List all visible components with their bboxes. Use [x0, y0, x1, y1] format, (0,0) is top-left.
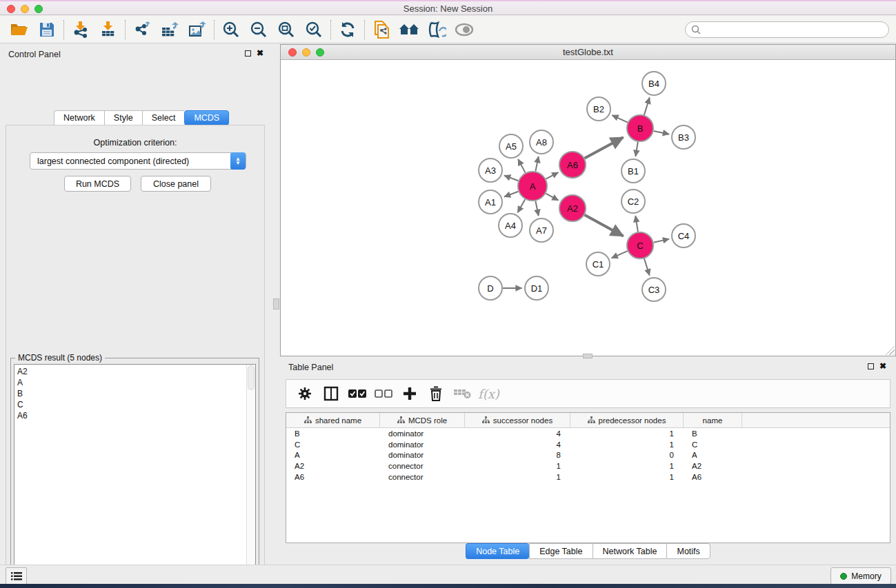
- result-scrollbar[interactable]: [246, 365, 255, 588]
- tab-mcds[interactable]: MCDS: [184, 110, 229, 125]
- node-B2[interactable]: B2: [587, 97, 610, 121]
- edge-C-C4[interactable]: [654, 239, 670, 243]
- table-cell[interactable]: B: [286, 429, 380, 438]
- node-B[interactable]: B: [627, 115, 653, 141]
- node-B3[interactable]: B3: [672, 125, 695, 149]
- zoom-selected-icon[interactable]: [300, 18, 328, 41]
- table-cell[interactable]: 1: [465, 473, 570, 481]
- column-header-successor-nodes[interactable]: successor nodes: [465, 413, 570, 427]
- edge-A-A2[interactable]: [546, 194, 558, 201]
- vertical-splitter-handle[interactable]: [273, 298, 279, 310]
- edge-C-C1[interactable]: [612, 251, 628, 258]
- node-A[interactable]: A: [518, 172, 547, 201]
- run-mcds-button[interactable]: Run MCDS: [64, 176, 131, 192]
- edge-C-C2[interactable]: [635, 216, 638, 232]
- style-preview-icon[interactable]: [423, 18, 450, 41]
- table-cell[interactable]: 1: [570, 473, 684, 481]
- node-C1[interactable]: C1: [586, 252, 610, 276]
- table-row[interactable]: Adominator80A: [286, 450, 890, 461]
- network-canvas[interactable]: B4B2BB3A8A5A6A3B1AA1C2A2A4A7C4CC1DD1C3: [281, 61, 895, 356]
- search-input[interactable]: [685, 21, 889, 38]
- deselect-all-icon[interactable]: [370, 381, 397, 406]
- delete-table-icon[interactable]: [449, 381, 475, 406]
- node-A8[interactable]: A8: [530, 130, 553, 154]
- edge-A-A3[interactable]: [504, 176, 518, 181]
- clone-network-icon[interactable]: [368, 18, 395, 41]
- result-item[interactable]: B: [17, 388, 255, 399]
- node-C2[interactable]: C2: [621, 190, 645, 213]
- close-panel-button[interactable]: Close panel: [141, 176, 211, 192]
- save-session-icon[interactable]: [33, 18, 61, 41]
- edge-B-B4[interactable]: [644, 97, 650, 114]
- result-item[interactable]: A2: [17, 366, 255, 377]
- import-table-icon[interactable]: [94, 18, 122, 41]
- edge-A-A5[interactable]: [518, 159, 526, 173]
- edge-C-C3[interactable]: [644, 258, 650, 275]
- horizontal-splitter-handle[interactable]: [583, 354, 593, 358]
- show-hide-icon[interactable]: [450, 18, 478, 41]
- select-all-icon[interactable]: [344, 381, 370, 406]
- resize-grip-icon[interactable]: [885, 345, 895, 355]
- table-cell[interactable]: 1: [570, 429, 684, 438]
- table-cell[interactable]: 1: [465, 462, 570, 470]
- network-window-titlebar[interactable]: testGlobe.txt: [281, 45, 895, 60]
- table-row[interactable]: A2connector11A2: [286, 460, 890, 472]
- table-cell[interactable]: A2: [684, 462, 742, 470]
- table-cell[interactable]: C: [286, 440, 380, 449]
- table-cell[interactable]: connector: [380, 473, 465, 481]
- edge-A-A4[interactable]: [517, 199, 525, 212]
- home-layout-icon[interactable]: [395, 18, 423, 41]
- delete-icon[interactable]: [423, 381, 449, 406]
- refresh-icon[interactable]: [334, 18, 361, 41]
- node-A2[interactable]: A2: [559, 195, 586, 221]
- table-cell[interactable]: A6: [286, 473, 380, 481]
- node-D1[interactable]: D1: [525, 276, 548, 300]
- node-B1[interactable]: B1: [621, 159, 645, 183]
- edge-B-B1[interactable]: [635, 142, 637, 156]
- table-cell[interactable]: A2: [286, 462, 380, 470]
- table-cell[interactable]: C: [684, 440, 742, 449]
- tab-node-table[interactable]: Node Table: [466, 543, 529, 559]
- edge-A2-C[interactable]: [585, 215, 624, 236]
- edge-B-B3[interactable]: [654, 131, 669, 134]
- edge-A-A6[interactable]: [546, 172, 558, 179]
- node-A7[interactable]: A7: [530, 219, 553, 242]
- add-icon[interactable]: [397, 381, 423, 406]
- table-cell[interactable]: 8: [465, 451, 570, 459]
- node-A1[interactable]: A1: [479, 190, 502, 214]
- column-header-name[interactable]: name: [684, 413, 742, 427]
- column-header-predecessor-nodes[interactable]: predecessor nodes: [570, 413, 684, 427]
- column-header-MCDS-role[interactable]: MCDS role: [380, 413, 465, 427]
- float-panel-icon[interactable]: [245, 50, 251, 57]
- edge-A-A8[interactable]: [535, 156, 538, 171]
- table-cell[interactable]: A: [286, 451, 380, 459]
- node-A5[interactable]: A5: [499, 134, 523, 158]
- import-network-icon[interactable]: [67, 18, 94, 41]
- columns-icon[interactable]: [318, 381, 344, 406]
- table-cell[interactable]: B: [684, 429, 742, 438]
- node-B4[interactable]: B4: [642, 72, 666, 95]
- table-cell[interactable]: 1: [570, 440, 684, 449]
- function-builder-icon[interactable]: f(x): [478, 387, 499, 401]
- tab-style[interactable]: Style: [104, 110, 142, 125]
- node-D[interactable]: D: [479, 276, 502, 300]
- mcds-result-list[interactable]: A2ABCA6: [14, 364, 256, 588]
- node-A3[interactable]: A3: [479, 159, 502, 182]
- task-history-button[interactable]: [6, 567, 27, 585]
- table-row[interactable]: Cdominator41C: [286, 439, 890, 450]
- table-cell[interactable]: 1: [570, 462, 684, 470]
- result-item[interactable]: C: [17, 399, 255, 410]
- table-cell[interactable]: 4: [465, 429, 570, 438]
- open-session-icon[interactable]: [6, 18, 33, 41]
- node-C4[interactable]: C4: [672, 224, 695, 247]
- table-cell[interactable]: dominator: [380, 429, 465, 438]
- export-network-icon[interactable]: [128, 18, 156, 41]
- edge-A-A1[interactable]: [504, 192, 518, 197]
- table-cell[interactable]: A: [684, 451, 742, 459]
- zoom-out-icon[interactable]: [245, 18, 272, 41]
- tab-motifs[interactable]: Motifs: [666, 543, 710, 559]
- settings-gear-icon[interactable]: [292, 381, 318, 406]
- edge-A6-B[interactable]: [585, 137, 624, 158]
- tab-edge-table[interactable]: Edge Table: [529, 543, 592, 559]
- node-table[interactable]: shared nameMCDS rolesuccessor nodesprede…: [286, 412, 890, 543]
